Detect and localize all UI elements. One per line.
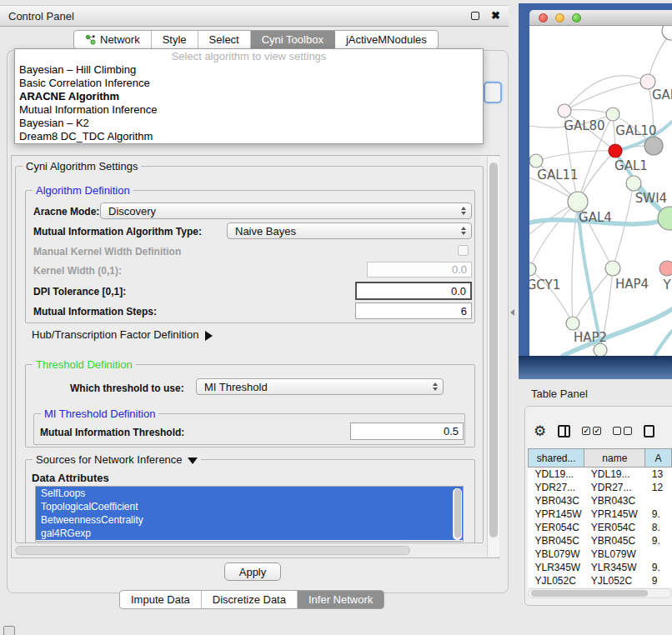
node[interactable] xyxy=(662,26,672,40)
algorithm-option[interactable]: Dream8 DC_TDC Algorithm xyxy=(15,130,483,143)
mi-type-label: Mutual Information Algorithm Type: xyxy=(33,226,202,238)
tab-jactivemnodules[interactable]: jActiveMNodules xyxy=(335,31,438,48)
node-gal80[interactable] xyxy=(558,104,571,118)
node-label: GAL80 xyxy=(564,118,604,133)
node-label: GAL11 xyxy=(537,168,578,182)
gear-icon[interactable]: ⚙ xyxy=(534,424,546,438)
kernel-width-field[interactable]: 0.0 xyxy=(367,262,472,278)
node[interactable] xyxy=(594,343,607,356)
table-row[interactable]: YPR145WYPR145W9. xyxy=(529,508,672,521)
algorithm-definition-label: Algorithm Definition xyxy=(33,184,133,197)
close-traffic-icon[interactable] xyxy=(539,13,548,22)
tab-cyni-toolbox[interactable]: Cyni Toolbox xyxy=(251,31,335,48)
node-swi4[interactable] xyxy=(626,176,641,191)
column-header-name[interactable]: name xyxy=(584,449,645,468)
table-row[interactable]: YLR345WYLR345W9. xyxy=(529,561,672,574)
scrollbar-thumb[interactable] xyxy=(454,489,461,538)
data-attributes-label: Data Attributes xyxy=(32,472,109,484)
stepper-icon xyxy=(433,382,438,391)
scrollbar-thumb[interactable] xyxy=(489,162,498,538)
settings-vertical-scrollbar[interactable] xyxy=(487,157,499,557)
table-horizontal-scrollbar[interactable] xyxy=(528,588,672,598)
list-item[interactable]: TopologicalCoefficient xyxy=(36,500,463,513)
split-view-icon[interactable] xyxy=(558,425,570,438)
scrollbar-thumb[interactable] xyxy=(531,590,648,597)
column-header-shared[interactable]: shared... xyxy=(529,449,584,468)
data-attributes-list[interactable]: SelfLoops TopologicalCoefficient Between… xyxy=(35,486,464,542)
expand-right-icon[interactable] xyxy=(205,331,213,341)
manual-kernel-checkbox[interactable] xyxy=(458,245,469,256)
table-row[interactable]: YDR27...YDR27...12 xyxy=(529,481,672,494)
tab-network[interactable]: Network xyxy=(74,31,152,48)
node-gal11[interactable] xyxy=(529,154,543,168)
hidden-combo-fragment xyxy=(484,82,502,103)
export-table-icon[interactable] xyxy=(644,425,654,438)
network-window-titlebar[interactable] xyxy=(529,10,672,26)
node-salmon[interactable] xyxy=(659,261,672,276)
cyni-algorithm-settings-label: Cyni Algorithm Settings xyxy=(23,160,141,172)
table-row[interactable]: YBR043CYBR043C xyxy=(529,494,672,508)
node-gal10[interactable] xyxy=(606,108,619,121)
dpi-tolerance-label: DPI Tolerance [0,1]: xyxy=(33,286,126,298)
settings-horizontal-scrollbar[interactable] xyxy=(15,546,410,555)
algorithm-dropdown[interactable]: Select algorithm to view settings Bayesi… xyxy=(14,48,484,144)
list-item[interactable]: SelfLoops xyxy=(36,487,463,500)
table-row[interactable]: YER054CYER054C8. xyxy=(529,521,672,534)
node-label: HAP2 xyxy=(574,330,607,345)
select-all-icon[interactable]: ✓✓ xyxy=(582,427,601,435)
tab-infer-network[interactable]: Infer Network xyxy=(298,591,384,608)
node-label: Y xyxy=(662,278,671,292)
node-gray[interactable] xyxy=(644,137,663,155)
aracne-mode-combo[interactable]: Discovery xyxy=(100,202,472,219)
node-label: GAL10 xyxy=(615,123,656,138)
algorithm-option-highlighted[interactable]: ARACNE Algorithm xyxy=(15,90,483,103)
mi-threshold-field[interactable]: 0.5 xyxy=(350,422,464,440)
close-icon[interactable]: ✖ xyxy=(491,12,500,20)
tab-style[interactable]: Style xyxy=(152,31,198,48)
minimized-panel-icon[interactable] xyxy=(3,626,15,635)
table-row[interactable]: YJL052CYJL052C9 xyxy=(529,574,672,588)
algorithm-option[interactable]: Bayesian – Hill Climbing xyxy=(15,63,483,77)
node-hap4[interactable] xyxy=(605,261,620,276)
tab-select[interactable]: Select xyxy=(198,31,251,48)
node-label: SWI4 xyxy=(635,191,667,206)
algorithm-option[interactable]: Mutual Information Inference xyxy=(15,103,483,117)
list-scrollbar[interactable] xyxy=(453,488,462,540)
dpi-tolerance-field[interactable]: 0.0 xyxy=(355,282,472,300)
node-gal4[interactable] xyxy=(568,192,588,212)
zoom-traffic-icon[interactable] xyxy=(572,13,581,22)
node-label: GAL1 xyxy=(614,158,648,173)
which-threshold-combo[interactable]: MI Threshold xyxy=(196,378,444,395)
collapse-down-icon[interactable] xyxy=(188,458,198,464)
stepper-icon xyxy=(461,227,466,235)
apply-button[interactable]: Apply xyxy=(224,562,281,581)
table-row[interactable]: YBL079WYBL079W xyxy=(529,548,672,561)
mi-steps-field[interactable]: 6 xyxy=(355,302,472,319)
algorithm-dropdown-placeholder[interactable]: Select algorithm to view settings xyxy=(15,49,483,63)
splitter-collapse-icon[interactable] xyxy=(510,309,514,316)
float-window-icon[interactable] xyxy=(471,12,479,20)
mi-type-combo[interactable]: Naive Bayes xyxy=(227,222,472,239)
mi-threshold-definition-label: MI Threshold Definition xyxy=(41,408,158,420)
table-row[interactable]: YDL19...YDL19...13 xyxy=(529,468,672,481)
sources-label[interactable]: Sources for Network Inference xyxy=(33,453,201,466)
column-header-cut[interactable]: A xyxy=(645,449,672,468)
mi-steps-label: Mutual Information Steps: xyxy=(33,306,157,318)
control-panel-titlebar: Control Panel ✖ xyxy=(0,5,509,27)
aracne-mode-label: Aracne Mode: xyxy=(33,206,99,218)
node-selected-red[interactable] xyxy=(609,144,622,158)
algorithm-option[interactable]: Basic Correlation Inference xyxy=(15,77,483,90)
minimize-traffic-icon[interactable] xyxy=(555,13,564,22)
tab-discretize-data[interactable]: Discretize Data xyxy=(202,591,298,608)
manual-kernel-label: Manual Kernel Width Definition xyxy=(33,246,181,258)
tab-impute-data[interactable]: Impute Data xyxy=(120,591,202,608)
list-item[interactable]: BetweennessCentrality xyxy=(36,513,463,527)
hub-definition-section[interactable]: Hub/Transcription Factor Definition xyxy=(32,328,213,341)
algorithm-option[interactable]: Bayesian – K2 xyxy=(15,117,483,130)
network-canvas[interactable]: GAL GAL80 GAL10 GAL1 GAL11 SWI4 GAL4 GCY… xyxy=(529,26,672,356)
deselect-all-icon[interactable] xyxy=(613,427,632,435)
table-row[interactable]: YBR045CYBR045C9. xyxy=(529,534,672,548)
node-label: HAP4 xyxy=(615,277,649,292)
node-hap2[interactable] xyxy=(566,317,579,330)
list-item[interactable]: gal4RGexp xyxy=(36,527,463,540)
